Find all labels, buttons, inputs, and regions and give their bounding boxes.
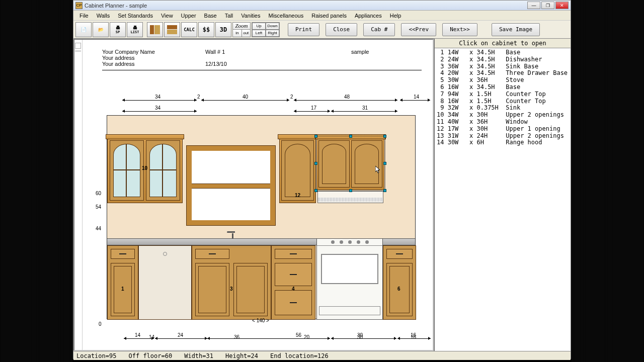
open-icon[interactable]: 📂 bbox=[93, 22, 109, 37]
list-item[interactable]: 11 40W x 36H Window bbox=[437, 119, 569, 126]
app-window: CP Cabinet Planner - sample — ❐ ✕ File W… bbox=[73, 0, 571, 359]
cabinet-1[interactable]: 1 bbox=[107, 245, 138, 320]
address-1: Your address bbox=[102, 55, 205, 61]
pan-up-button[interactable]: Up bbox=[252, 23, 266, 30]
left-gutter bbox=[74, 40, 83, 350]
status-end-location: End location=126 bbox=[270, 352, 329, 359]
view-layout-2-icon[interactable] bbox=[164, 22, 180, 37]
company-name: Your Company Name bbox=[102, 49, 205, 55]
vdim-44: 44 bbox=[96, 226, 101, 231]
new-icon[interactable]: 📄 bbox=[75, 22, 92, 37]
3d-icon[interactable]: 3D bbox=[215, 22, 231, 37]
menu-appliances[interactable]: Appliances bbox=[351, 12, 386, 20]
pan-left-button[interactable]: Left bbox=[252, 30, 266, 37]
menu-file[interactable]: File bbox=[75, 12, 93, 20]
list-item[interactable]: 10 34W x 30H Upper 2 openings bbox=[437, 112, 569, 119]
menu-raised-panels[interactable]: Raised panels bbox=[307, 12, 351, 20]
list-header: Click on cabinet to open bbox=[435, 39, 571, 48]
statusbar: Location=95 Off floor=60 Width=31 Height… bbox=[73, 351, 571, 360]
calc-icon[interactable]: CALC bbox=[181, 22, 197, 37]
drawing-header: Your Company NameWall # 1sample Your add… bbox=[102, 49, 418, 70]
status-location: Location=95 bbox=[76, 352, 116, 359]
status-off-floor: Off floor=60 bbox=[128, 352, 172, 359]
menu-vanities[interactable]: Vanities bbox=[237, 12, 264, 20]
close-window-button[interactable]: ✕ bbox=[555, 2, 569, 9]
vdim-54: 54 bbox=[96, 204, 101, 210]
next-button[interactable]: Next>> bbox=[442, 23, 477, 36]
list-item[interactable]: 3 36W x 34.5H Sink Base bbox=[437, 63, 569, 70]
menu-misc[interactable]: Miscellaneous bbox=[264, 12, 307, 20]
list-item[interactable]: 7 94W x 1.5H Counter Top bbox=[437, 91, 569, 98]
menu-view[interactable]: View bbox=[157, 12, 177, 20]
list-item[interactable]: 12 17W x 30H Upper 1 opening bbox=[437, 126, 569, 133]
titlebar: CP Cabinet Planner - sample — ❐ ✕ bbox=[73, 1, 571, 11]
cabinet-13[interactable] bbox=[316, 138, 384, 190]
list-print-icon[interactable]: 🖶LIST bbox=[127, 22, 143, 37]
menu-upper[interactable]: Upper bbox=[177, 12, 200, 20]
window-11[interactable] bbox=[187, 146, 275, 225]
list-item[interactable]: 8 16W x 1.5H Counter Top bbox=[437, 98, 569, 105]
total-width: < 140 > bbox=[90, 318, 432, 323]
faucet-icon bbox=[227, 231, 239, 238]
svg-rect-0 bbox=[150, 25, 154, 34]
save-image-button[interactable]: Save Image bbox=[492, 23, 540, 36]
prev-button[interactable]: <<Prev bbox=[401, 23, 436, 36]
minimize-button[interactable]: — bbox=[527, 2, 540, 9]
menu-help[interactable]: Help bbox=[386, 12, 406, 20]
cabinet-4[interactable]: 4 bbox=[271, 245, 315, 320]
status-width: Width=31 bbox=[184, 352, 213, 359]
list-item[interactable]: 14 30W x 6H Range hood bbox=[437, 139, 569, 146]
svg-rect-1 bbox=[154, 25, 160, 34]
address-2: Your address bbox=[102, 61, 205, 67]
gutter-dash-icon bbox=[75, 51, 81, 51]
sp-print-icon[interactable]: 🖶SP bbox=[110, 22, 126, 37]
range-hood-14[interactable] bbox=[317, 191, 383, 203]
menu-walls[interactable]: Walls bbox=[93, 12, 114, 20]
menubar: File Walls Set Standards View Upper Base… bbox=[73, 11, 571, 21]
view-layout-1-icon[interactable] bbox=[147, 22, 163, 37]
list-item[interactable]: 13 31W x 24H Upper 2 openings bbox=[437, 133, 569, 140]
svg-rect-3 bbox=[167, 30, 177, 34]
list-item[interactable]: 4 20W x 34.5H Three Drawer Base bbox=[437, 70, 569, 77]
cost-icon[interactable]: $$ bbox=[198, 22, 214, 37]
cabinet-3[interactable]: 3 bbox=[192, 245, 271, 320]
toolbar: 📄 📂 🖶SP 🖶LIST CALC $$ 3D Zoom in out Up … bbox=[73, 21, 571, 39]
zoom-in-button[interactable]: in bbox=[233, 30, 242, 37]
project-name: sample bbox=[351, 49, 369, 55]
dishwasher-2[interactable] bbox=[138, 245, 192, 320]
content-area: Your Company NameWall # 1sample Your add… bbox=[73, 39, 571, 351]
pan-down-button[interactable]: Down bbox=[266, 23, 279, 30]
pan-control: Up Down Left Right bbox=[252, 22, 280, 37]
list-item[interactable]: 9 32W x 0.375H Sink bbox=[437, 105, 569, 112]
drawing-canvas[interactable]: Your Company NameWall # 1sample Your add… bbox=[73, 39, 434, 351]
date: 12/13/10 bbox=[205, 61, 351, 67]
close-button[interactable]: Close bbox=[326, 23, 357, 36]
list-item[interactable]: 6 16W x 34.5H Base bbox=[437, 84, 569, 91]
vdim-60: 60 bbox=[96, 191, 101, 196]
zoom-control: Zoom in out bbox=[232, 22, 251, 37]
cabinet-6[interactable]: 6 bbox=[383, 245, 416, 320]
menu-set-standards[interactable]: Set Standards bbox=[114, 12, 157, 20]
list-item[interactable]: 2 24W x 34.5H Dishwasher bbox=[437, 56, 569, 63]
cab-number-button[interactable]: Cab # bbox=[363, 23, 395, 36]
svg-rect-2 bbox=[167, 25, 177, 29]
pan-right-button[interactable]: Right bbox=[266, 30, 279, 37]
print-button[interactable]: Print bbox=[288, 23, 319, 36]
menu-base[interactable]: Base bbox=[200, 12, 221, 20]
cabinet-list-panel: Click on cabinet to open 1 14W x 34.5H B… bbox=[434, 39, 571, 351]
gutter-checkbox[interactable] bbox=[75, 43, 81, 49]
stove-5[interactable] bbox=[316, 238, 383, 320]
cabinet-12[interactable]: 12 bbox=[279, 138, 316, 203]
cabinet-list[interactable]: 1 14W x 34.5H Base 2 24W x 34.5H Dishwas… bbox=[435, 48, 571, 351]
app-icon: CP bbox=[75, 2, 83, 9]
list-item[interactable]: 1 14W x 34.5H Base bbox=[437, 49, 569, 56]
cabinet-10[interactable]: 10 bbox=[107, 138, 183, 203]
zoom-out-button[interactable]: out bbox=[242, 30, 251, 37]
cursor-icon bbox=[375, 166, 381, 174]
window-title: Cabinet Planner - sample bbox=[85, 3, 527, 9]
maximize-button[interactable]: ❐ bbox=[541, 2, 554, 9]
wall-elevation: 10 12 bbox=[107, 115, 416, 319]
menu-tall[interactable]: Tall bbox=[221, 12, 237, 20]
list-item[interactable]: 5 30W x 36H Stove bbox=[437, 77, 569, 84]
wall-label: Wall # 1 bbox=[205, 49, 351, 55]
